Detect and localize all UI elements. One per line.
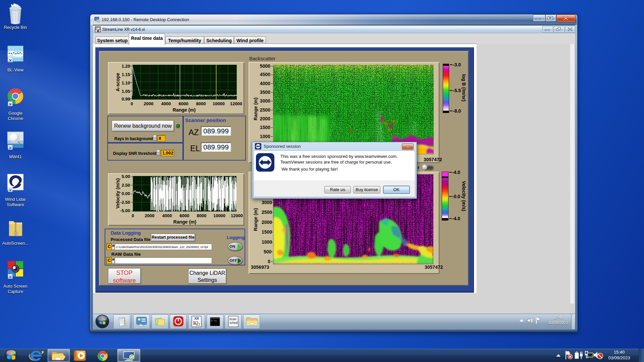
- svg-text:C:\>_: C:\>_: [211, 319, 218, 322]
- svg-text:XR: XR: [194, 317, 199, 320]
- svg-text:Scan: Scan: [229, 317, 236, 321]
- svg-text:sched: sched: [229, 321, 237, 324]
- svg-text:!: !: [591, 356, 592, 358]
